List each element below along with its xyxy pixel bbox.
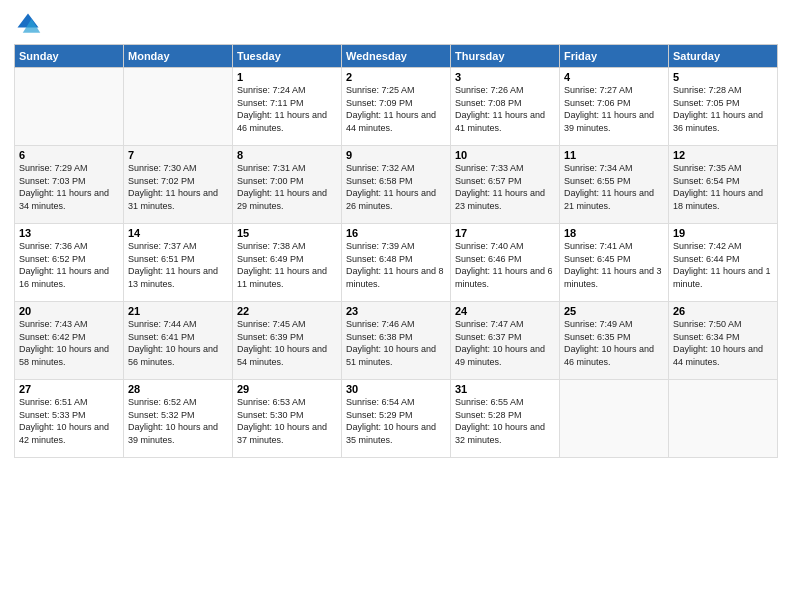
day-detail: Sunrise: 7:34 AM Sunset: 6:55 PM Dayligh… [564,162,664,212]
day-detail: Sunrise: 7:24 AM Sunset: 7:11 PM Dayligh… [237,84,337,134]
day-number: 27 [19,383,119,395]
calendar-day-cell: 21Sunrise: 7:44 AM Sunset: 6:41 PM Dayli… [124,302,233,380]
day-detail: Sunrise: 6:55 AM Sunset: 5:28 PM Dayligh… [455,396,555,446]
weekday-header: Saturday [669,45,778,68]
day-number: 24 [455,305,555,317]
day-detail: Sunrise: 7:33 AM Sunset: 6:57 PM Dayligh… [455,162,555,212]
weekday-header: Monday [124,45,233,68]
header [14,10,778,38]
calendar-day-cell: 4Sunrise: 7:27 AM Sunset: 7:06 PM Daylig… [560,68,669,146]
day-number: 13 [19,227,119,239]
calendar-day-cell: 23Sunrise: 7:46 AM Sunset: 6:38 PM Dayli… [342,302,451,380]
weekday-header: Friday [560,45,669,68]
calendar-day-cell: 24Sunrise: 7:47 AM Sunset: 6:37 PM Dayli… [451,302,560,380]
day-number: 28 [128,383,228,395]
calendar-day-cell: 20Sunrise: 7:43 AM Sunset: 6:42 PM Dayli… [15,302,124,380]
day-detail: Sunrise: 7:47 AM Sunset: 6:37 PM Dayligh… [455,318,555,368]
day-detail: Sunrise: 6:52 AM Sunset: 5:32 PM Dayligh… [128,396,228,446]
calendar-week-row: 6Sunrise: 7:29 AM Sunset: 7:03 PM Daylig… [15,146,778,224]
calendar-day-cell: 11Sunrise: 7:34 AM Sunset: 6:55 PM Dayli… [560,146,669,224]
calendar-week-row: 20Sunrise: 7:43 AM Sunset: 6:42 PM Dayli… [15,302,778,380]
calendar-day-cell [124,68,233,146]
day-detail: Sunrise: 7:46 AM Sunset: 6:38 PM Dayligh… [346,318,446,368]
calendar-day-cell: 25Sunrise: 7:49 AM Sunset: 6:35 PM Dayli… [560,302,669,380]
day-number: 8 [237,149,337,161]
calendar-day-cell: 5Sunrise: 7:28 AM Sunset: 7:05 PM Daylig… [669,68,778,146]
calendar-day-cell: 14Sunrise: 7:37 AM Sunset: 6:51 PM Dayli… [124,224,233,302]
calendar-day-cell: 6Sunrise: 7:29 AM Sunset: 7:03 PM Daylig… [15,146,124,224]
day-number: 15 [237,227,337,239]
day-number: 16 [346,227,446,239]
day-detail: Sunrise: 7:41 AM Sunset: 6:45 PM Dayligh… [564,240,664,290]
day-number: 25 [564,305,664,317]
day-number: 7 [128,149,228,161]
calendar-week-row: 27Sunrise: 6:51 AM Sunset: 5:33 PM Dayli… [15,380,778,458]
calendar-day-cell: 3Sunrise: 7:26 AM Sunset: 7:08 PM Daylig… [451,68,560,146]
calendar-table: SundayMondayTuesdayWednesdayThursdayFrid… [14,44,778,458]
day-number: 1 [237,71,337,83]
day-detail: Sunrise: 7:27 AM Sunset: 7:06 PM Dayligh… [564,84,664,134]
calendar-day-cell: 17Sunrise: 7:40 AM Sunset: 6:46 PM Dayli… [451,224,560,302]
day-detail: Sunrise: 7:37 AM Sunset: 6:51 PM Dayligh… [128,240,228,290]
calendar-day-cell: 19Sunrise: 7:42 AM Sunset: 6:44 PM Dayli… [669,224,778,302]
day-detail: Sunrise: 7:26 AM Sunset: 7:08 PM Dayligh… [455,84,555,134]
calendar-day-cell: 29Sunrise: 6:53 AM Sunset: 5:30 PM Dayli… [233,380,342,458]
day-number: 6 [19,149,119,161]
calendar-day-cell [560,380,669,458]
day-number: 23 [346,305,446,317]
day-detail: Sunrise: 7:25 AM Sunset: 7:09 PM Dayligh… [346,84,446,134]
day-number: 2 [346,71,446,83]
day-detail: Sunrise: 7:31 AM Sunset: 7:00 PM Dayligh… [237,162,337,212]
day-number: 3 [455,71,555,83]
calendar-day-cell: 31Sunrise: 6:55 AM Sunset: 5:28 PM Dayli… [451,380,560,458]
day-number: 30 [346,383,446,395]
day-detail: Sunrise: 6:53 AM Sunset: 5:30 PM Dayligh… [237,396,337,446]
calendar-header: SundayMondayTuesdayWednesdayThursdayFrid… [15,45,778,68]
day-number: 19 [673,227,773,239]
day-number: 9 [346,149,446,161]
day-number: 11 [564,149,664,161]
weekday-header: Thursday [451,45,560,68]
weekday-header: Wednesday [342,45,451,68]
day-number: 22 [237,305,337,317]
day-detail: Sunrise: 7:39 AM Sunset: 6:48 PM Dayligh… [346,240,446,290]
day-number: 31 [455,383,555,395]
calendar-day-cell: 16Sunrise: 7:39 AM Sunset: 6:48 PM Dayli… [342,224,451,302]
day-detail: Sunrise: 7:49 AM Sunset: 6:35 PM Dayligh… [564,318,664,368]
calendar-page: SundayMondayTuesdayWednesdayThursdayFrid… [0,0,792,612]
calendar-day-cell: 10Sunrise: 7:33 AM Sunset: 6:57 PM Dayli… [451,146,560,224]
calendar-day-cell: 18Sunrise: 7:41 AM Sunset: 6:45 PM Dayli… [560,224,669,302]
calendar-day-cell [15,68,124,146]
calendar-day-cell: 2Sunrise: 7:25 AM Sunset: 7:09 PM Daylig… [342,68,451,146]
calendar-day-cell: 30Sunrise: 6:54 AM Sunset: 5:29 PM Dayli… [342,380,451,458]
day-detail: Sunrise: 7:38 AM Sunset: 6:49 PM Dayligh… [237,240,337,290]
calendar-day-cell: 1Sunrise: 7:24 AM Sunset: 7:11 PM Daylig… [233,68,342,146]
calendar-day-cell: 22Sunrise: 7:45 AM Sunset: 6:39 PM Dayli… [233,302,342,380]
day-detail: Sunrise: 7:32 AM Sunset: 6:58 PM Dayligh… [346,162,446,212]
calendar-body: 1Sunrise: 7:24 AM Sunset: 7:11 PM Daylig… [15,68,778,458]
day-number: 21 [128,305,228,317]
day-number: 14 [128,227,228,239]
calendar-day-cell: 28Sunrise: 6:52 AM Sunset: 5:32 PM Dayli… [124,380,233,458]
logo [14,10,46,38]
day-detail: Sunrise: 6:51 AM Sunset: 5:33 PM Dayligh… [19,396,119,446]
day-number: 4 [564,71,664,83]
day-detail: Sunrise: 7:35 AM Sunset: 6:54 PM Dayligh… [673,162,773,212]
day-number: 5 [673,71,773,83]
day-detail: Sunrise: 7:50 AM Sunset: 6:34 PM Dayligh… [673,318,773,368]
day-detail: Sunrise: 7:36 AM Sunset: 6:52 PM Dayligh… [19,240,119,290]
calendar-day-cell: 7Sunrise: 7:30 AM Sunset: 7:02 PM Daylig… [124,146,233,224]
day-number: 12 [673,149,773,161]
day-detail: Sunrise: 7:30 AM Sunset: 7:02 PM Dayligh… [128,162,228,212]
logo-icon [14,10,42,38]
weekday-row: SundayMondayTuesdayWednesdayThursdayFrid… [15,45,778,68]
weekday-header: Tuesday [233,45,342,68]
calendar-day-cell: 9Sunrise: 7:32 AM Sunset: 6:58 PM Daylig… [342,146,451,224]
day-number: 10 [455,149,555,161]
calendar-day-cell: 26Sunrise: 7:50 AM Sunset: 6:34 PM Dayli… [669,302,778,380]
day-detail: Sunrise: 7:42 AM Sunset: 6:44 PM Dayligh… [673,240,773,290]
calendar-day-cell: 12Sunrise: 7:35 AM Sunset: 6:54 PM Dayli… [669,146,778,224]
day-detail: Sunrise: 7:29 AM Sunset: 7:03 PM Dayligh… [19,162,119,212]
day-detail: Sunrise: 7:40 AM Sunset: 6:46 PM Dayligh… [455,240,555,290]
day-detail: Sunrise: 6:54 AM Sunset: 5:29 PM Dayligh… [346,396,446,446]
